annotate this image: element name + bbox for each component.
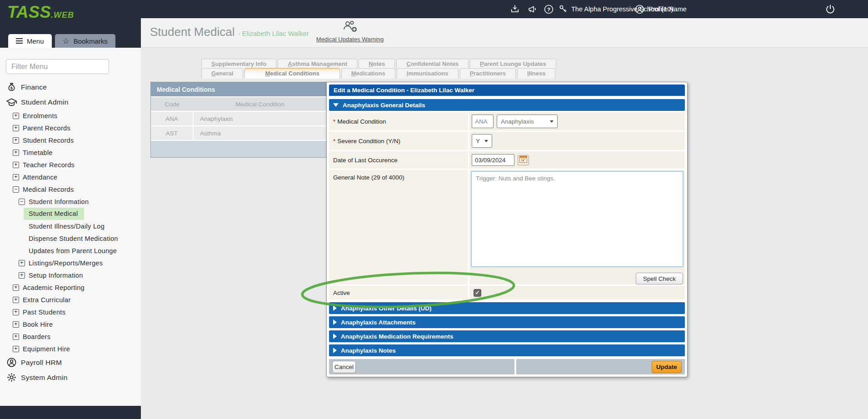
severe-condition-label: * Severe Condition (Y/N) [329,132,468,150]
sidebar-item-past-students[interactable]: +Past Students [0,306,141,318]
tass-logo[interactable]: TASS.WEB [7,4,74,20]
help-icon: ? [544,4,554,15]
section-anaphylaxis-medication-requirements[interactable]: Anaphylaxis Medication Requirements [329,330,685,342]
logout-button[interactable] [825,0,836,18]
menu-tab[interactable]: Menu [8,34,52,48]
sidebar-item-boarders[interactable]: +Boarders [0,330,141,343]
tab-medications[interactable]: Medications [341,68,395,79]
sidebar-item-medical-records[interactable]: −Medical Records [0,183,141,195]
active-checkbox[interactable]: ✓ [474,289,481,297]
active-row: Active ✓ [329,286,685,299]
expand-icon[interactable]: + [13,125,19,131]
sidebar-item-label: Updates from Parent Lounge [29,247,117,254]
sidebar-item-listings-reports-merges[interactable]: +Listings/Reports/Merges [0,257,141,269]
severe-select[interactable]: Y [472,134,492,148]
expand-icon[interactable]: + [13,334,19,340]
cancel-button[interactable]: Cancel [332,361,356,373]
medical-updates-warning-link[interactable]: Medical Updates Warning [309,36,391,43]
sidebar-item-student-illness-daily-log[interactable]: Student Illness/Daily Log [0,220,141,232]
expand-icon[interactable]: + [13,162,19,168]
table-row-ana[interactable]: ANAAnaphylaxis [151,111,326,125]
collapse-icon[interactable]: − [19,199,25,205]
tab-medical-conditions[interactable]: Medical Conditions [244,68,339,79]
sidebar-item-attendance[interactable]: +Attendance [0,171,141,183]
cell-condition: Anaphylaxis [194,115,326,122]
bookmarks-tab[interactable]: ☆ Bookmarks [55,34,115,48]
tabs-row-2: GeneralMedical ConditionsMedicationsImmu… [201,69,555,79]
medical-updates-warning[interactable]: Medical Updates Warning [309,20,391,43]
date-input[interactable] [472,154,514,166]
sidebar-item-student-admin[interactable]: Student Admin [0,95,141,110]
section-anaphylaxis-attachments[interactable]: Anaphylaxis Attachments [329,316,685,328]
tab-notes[interactable]: Notes [359,59,395,69]
filter-menu-input[interactable] [6,59,109,74]
tab-immunisations[interactable]: Immunisations [397,68,459,79]
section-anaphylaxis-notes[interactable]: Anaphylaxis Notes [329,344,685,356]
condition-select[interactable]: Anaphylaxis [497,115,558,128]
people-plus-icon [342,20,358,34]
sidebar-item-student-information[interactable]: −Student Information [0,195,141,208]
profile-menu[interactable]: Profile Name [634,0,687,18]
sidebar-item-teacher-records[interactable]: +Teacher Records [0,159,141,171]
general-note-textarea[interactable]: Trigger: Nuts and Bee stings. [471,171,683,267]
tab-confidential-notes[interactable]: Confidential Notes [396,59,469,69]
severe-condition-value: Y [469,132,685,150]
cell-condition: Asthma [194,130,326,137]
sidebar-item-book-hire[interactable]: +Book Hire [0,318,141,330]
expand-icon[interactable]: + [13,113,19,119]
calendar-button[interactable] [518,155,529,165]
expand-icon[interactable]: + [13,137,19,144]
sidebar-item-payroll-hrm[interactable]: Payroll HRM [0,355,141,370]
collapse-icon[interactable]: − [13,186,19,193]
sidebar-item-system-admin[interactable]: System Admin [0,370,141,385]
expand-icon[interactable]: + [13,284,19,291]
sidebar-item-extra-curricular[interactable]: +Extra Curricular [0,294,141,306]
column-header-condition[interactable]: Medical Condition [194,101,326,108]
expand-icon[interactable]: + [19,260,25,266]
sidebar-item-label: Enrolments [23,112,57,120]
expand-icon[interactable]: + [13,321,19,328]
sidebar-item-dispense-student-medication[interactable]: Dispense Student Medication [0,232,141,244]
spell-check-button[interactable]: Spell Check [636,273,683,284]
sidebar-item-student-records[interactable]: +Student Records [0,134,141,146]
expand-icon[interactable]: + [13,346,19,352]
expand-icon[interactable]: + [13,309,19,315]
cell-code: ANA [151,112,194,125]
condition-code-input[interactable] [472,115,494,128]
tab-illness[interactable]: Illness [517,68,555,79]
sidebar-item-student-medical[interactable]: Student Medical [0,208,141,220]
section-general-details-label: Anaphylaxis General Details [343,102,425,109]
announcements-button[interactable] [527,0,538,18]
expand-icon[interactable]: + [13,174,19,180]
table-row-ast[interactable]: ASTAsthma [151,125,326,140]
download-button[interactable] [510,0,520,18]
section-general-details[interactable]: Anaphylaxis General Details [329,99,685,111]
expand-icon[interactable]: + [13,150,19,156]
sidebar-item-finance[interactable]: $Finance [0,80,141,95]
sidebar-item-enrolments[interactable]: +Enrolments [0,110,141,122]
hamburger-icon [16,37,23,45]
help-button[interactable]: ? [544,0,554,18]
sidebar-item-equipment-hire[interactable]: +Equipment Hire [0,343,141,355]
tab-general[interactable]: General [201,68,243,79]
active-label: Active [329,286,468,299]
sidebar-item-updates-from-parent-lounge[interactable]: Updates from Parent Lounge [0,244,141,257]
expand-icon[interactable]: + [19,272,25,279]
page-title-text: Student Medical [150,25,234,39]
date-last-occurence-row: Date of Last Occurence [329,151,685,169]
sidebar-item-setup-information[interactable]: +Setup Information [0,269,141,281]
section-label: Anaphylaxis Attachments [341,319,416,326]
tab-practitioners[interactable]: Practitioners [460,68,516,79]
sidebar-item-timetable[interactable]: +Timetable [0,146,141,159]
sidebar-item-label: Medical Records [23,186,74,193]
sidebar-item-parent-records[interactable]: +Parent Records [0,122,141,134]
section-anaphylaxis-other-details-ud[interactable]: Anaphylaxis Other Details (UD) [329,302,685,314]
expand-icon[interactable]: + [13,297,19,303]
svg-text:?: ? [547,6,550,12]
money-bag-icon: $ [5,82,17,92]
date-last-occurence-value [469,151,685,169]
tab-parent-lounge-updates[interactable]: Parent Lounge Updates [470,59,556,69]
column-header-code[interactable]: Code [151,101,194,108]
update-button[interactable]: Update [652,361,682,373]
sidebar-item-academic-reporting[interactable]: +Academic Reporting [0,281,141,294]
